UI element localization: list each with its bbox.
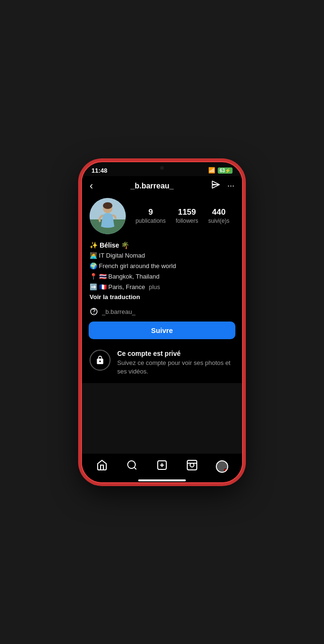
nav-reels[interactable] xyxy=(182,458,202,475)
header-icons: ··· xyxy=(211,180,234,192)
home-indicator xyxy=(138,479,186,481)
phone-shell: 11:48 📶 63⚡ ‹ _b.barreau_ ··· xyxy=(81,161,243,483)
private-text: Ce compte est privé Suivez ce compte pou… xyxy=(117,350,234,376)
bio-line-2: 🌍 French girl around the world xyxy=(90,261,234,271)
bottom-nav xyxy=(82,454,242,478)
private-description: Suivez ce compte pour voir ses photos et… xyxy=(117,359,234,376)
send-icon[interactable] xyxy=(211,180,221,192)
nav-add[interactable] xyxy=(152,458,172,475)
svg-point-5 xyxy=(103,202,112,209)
avatar xyxy=(90,198,126,234)
following-stat[interactable]: 440 suivi(e)s xyxy=(208,208,230,224)
reels-icon xyxy=(186,459,198,474)
nav-avatar xyxy=(216,460,228,473)
svg-line-7 xyxy=(134,467,136,469)
nav-home[interactable] xyxy=(91,458,112,475)
svg-marker-0 xyxy=(212,181,219,188)
followers-stat[interactable]: 1159 followers xyxy=(176,208,198,224)
status-time: 11:48 xyxy=(91,167,107,174)
notch-dot xyxy=(160,166,164,170)
status-right: 📶 63⚡ xyxy=(208,167,233,174)
header: ‹ _b.barreau_ ··· xyxy=(82,176,242,196)
stats-row: 9 publications 1159 followers 440 suivi(… xyxy=(131,208,234,224)
lock-icon xyxy=(90,350,111,371)
publications-count: 9 xyxy=(148,208,152,217)
svg-point-6 xyxy=(128,461,135,468)
suivre-button[interactable]: Suivre xyxy=(89,322,235,339)
followers-label: followers xyxy=(176,218,198,224)
threads-icon xyxy=(90,307,98,316)
wifi-icon: 📶 xyxy=(208,167,215,174)
bio-plus[interactable]: plus xyxy=(149,283,160,291)
svg-rect-11 xyxy=(187,460,197,470)
locked-content-area xyxy=(82,383,242,454)
threads-row: _b.barreau_ xyxy=(82,303,242,319)
svg-point-12 xyxy=(190,463,194,467)
bio-line-3: 📍 🇹🇭 Bangkok, Thailand xyxy=(90,271,234,282)
following-label: suivi(e)s xyxy=(208,218,230,224)
home-icon xyxy=(96,459,108,474)
back-button[interactable]: ‹ xyxy=(90,180,93,192)
bio-line-4-text: ➡️ 🇫🇷 Paris, France xyxy=(90,283,145,291)
header-username: _b.barreau_ xyxy=(93,182,211,190)
add-icon xyxy=(156,459,168,474)
screen: ‹ _b.barreau_ ··· xyxy=(82,176,242,482)
bio-line-1: 👩‍💻 IT Digital Nomad xyxy=(90,250,234,261)
bio-line-4: ➡️ 🇫🇷 Paris, France plus xyxy=(90,282,234,292)
following-count: 440 xyxy=(212,208,225,217)
bio-name: ✨ Bélise 🌴 xyxy=(90,240,234,250)
publications-label: publications xyxy=(135,218,165,224)
followers-count: 1159 xyxy=(178,208,196,217)
bio-translate[interactable]: Voir la traduction xyxy=(90,293,234,301)
threads-username[interactable]: _b.barreau_ xyxy=(102,308,135,315)
nav-search[interactable] xyxy=(122,458,142,475)
bio-section: ✨ Bélise 🌴 👩‍💻 IT Digital Nomad 🌍 French… xyxy=(82,238,242,304)
more-options-icon[interactable]: ··· xyxy=(227,181,234,191)
private-title: Ce compte est privé xyxy=(117,350,234,357)
notch xyxy=(131,162,193,175)
nav-profile[interactable] xyxy=(212,458,233,475)
profile-row: 9 publications 1159 followers 440 suivi(… xyxy=(82,196,242,238)
search-icon xyxy=(126,459,138,474)
publications-stat[interactable]: 9 publications xyxy=(135,208,165,224)
battery-badge: 63⚡ xyxy=(218,167,233,174)
notification-dot xyxy=(224,468,228,472)
private-section: Ce compte est privé Suivez ce compte pou… xyxy=(82,343,242,383)
